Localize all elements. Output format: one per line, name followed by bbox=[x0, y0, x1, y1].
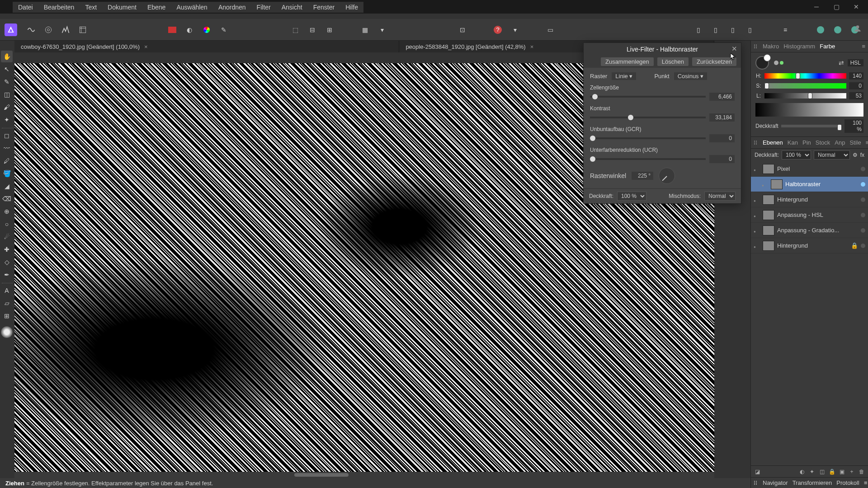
layer-row[interactable]: Pixel bbox=[751, 161, 868, 177]
crop-icon[interactable]: ◫ bbox=[818, 468, 826, 475]
visibility-icon[interactable] bbox=[754, 197, 760, 203]
layer-row[interactable]: Anpassung - HSL bbox=[751, 207, 868, 223]
patch-icon[interactable]: ◇ bbox=[1, 256, 13, 268]
arrange-2-icon[interactable]: ▯ bbox=[708, 22, 723, 38]
menu-hilfe[interactable]: Hilfe bbox=[340, 3, 363, 12]
swatch-tool-icon[interactable]: ◐ bbox=[182, 22, 197, 38]
fx-icon[interactable]: ✦ bbox=[808, 468, 816, 475]
tab-protokoll[interactable]: Protokoll bbox=[836, 479, 859, 486]
lig-slider[interactable] bbox=[764, 93, 846, 99]
hue-slider[interactable] bbox=[764, 73, 846, 79]
marquee-icon[interactable]: ◻ bbox=[1, 130, 13, 141]
minimize-button[interactable]: ─ bbox=[807, 0, 826, 14]
tab-anp[interactable]: Anp bbox=[835, 139, 845, 146]
dodge-icon[interactable]: ○ bbox=[1, 218, 13, 230]
adj-icon[interactable]: ◐ bbox=[798, 468, 806, 475]
add-layer-icon[interactable]: + bbox=[848, 468, 855, 475]
tab-transformieren[interactable]: Transformieren bbox=[793, 479, 832, 486]
layer-row[interactable]: Anpassung - Gradatio... bbox=[751, 223, 868, 238]
hue-value[interactable]: 140 bbox=[849, 72, 863, 80]
menu-fenster[interactable]: Fenster bbox=[308, 3, 340, 12]
opacity-value[interactable]: 100 % bbox=[844, 119, 863, 133]
menu-anordnen[interactable]: Anordnen bbox=[213, 3, 251, 12]
menu-filter[interactable]: Filter bbox=[251, 3, 276, 12]
selection-remove-icon[interactable]: ⊟ bbox=[305, 22, 320, 38]
sync-2-icon[interactable] bbox=[830, 22, 845, 38]
menu-auswählen[interactable]: Auswählen bbox=[171, 3, 213, 12]
tab-farbe[interactable]: Farbe bbox=[820, 43, 835, 50]
delete-layer-icon[interactable]: 🗑 bbox=[858, 468, 865, 475]
tab-navigator[interactable]: Navigator bbox=[763, 479, 788, 486]
swap-icon[interactable]: ⇄ bbox=[839, 59, 844, 66]
visibility-icon[interactable] bbox=[754, 243, 760, 249]
visibility-icon[interactable] bbox=[754, 212, 760, 218]
gcr-slider[interactable] bbox=[590, 137, 706, 139]
tab-makro[interactable]: Makro bbox=[763, 43, 779, 50]
erase-icon[interactable]: ⌫ bbox=[1, 193, 13, 205]
arrange-1-icon[interactable]: ▯ bbox=[691, 22, 706, 38]
cellsize-value[interactable]: 6,466 bbox=[709, 93, 735, 101]
tab-pin[interactable]: Pin bbox=[802, 139, 811, 146]
dialog-blend-dropdown[interactable]: Normal bbox=[704, 192, 736, 201]
dialog-title[interactable]: Live-Filter - Halbtonraster ✕ bbox=[584, 43, 741, 56]
group-icon[interactable]: ▣ bbox=[838, 468, 845, 475]
smudge-icon[interactable]: ☄ bbox=[1, 231, 13, 243]
merge-button[interactable]: Zusammenlegen bbox=[601, 57, 654, 66]
quick-mask-icon[interactable]: ▦ bbox=[357, 22, 373, 38]
gcr-value[interactable]: 0 bbox=[709, 134, 735, 142]
tab-histogramm[interactable]: Histogramm bbox=[783, 43, 815, 50]
layer-row[interactable]: Hintergrund🔒 bbox=[751, 238, 868, 253]
fx-icon[interactable]: fx bbox=[860, 152, 864, 158]
clone-icon[interactable]: ⊕ bbox=[1, 206, 13, 217]
crop-tool-icon[interactable]: ◫ bbox=[1, 89, 13, 100]
cellsize-slider[interactable] bbox=[590, 96, 706, 98]
tab-kan[interactable]: Kan bbox=[788, 139, 798, 146]
menu-ansicht[interactable]: Ansicht bbox=[276, 3, 308, 12]
sat-slider[interactable] bbox=[764, 83, 846, 89]
brush-icon[interactable]: 🖊 bbox=[1, 155, 13, 167]
raster-dropdown[interactable]: Linie ▾ bbox=[612, 72, 636, 80]
panel-menu-icon[interactable]: ≡ bbox=[866, 139, 868, 146]
toggle-ui-icon[interactable]: ▭ bbox=[542, 22, 558, 38]
visibility-icon[interactable] bbox=[762, 181, 768, 188]
contrast-value[interactable]: 33,184 bbox=[709, 113, 735, 122]
text-icon[interactable]: A bbox=[1, 285, 13, 296]
layer-row[interactable]: Halbtonraster bbox=[751, 177, 868, 192]
layer-opacity-dropdown[interactable]: 100 % bbox=[782, 150, 811, 160]
horizontal-scrollbar[interactable] bbox=[14, 472, 714, 478]
reset-button[interactable]: Zurücksetzen bbox=[692, 57, 736, 66]
selection-add-icon[interactable]: ⊞ bbox=[322, 22, 337, 38]
menu-dokument[interactable]: Dokument bbox=[102, 3, 142, 12]
layer-row[interactable]: Hintergrund bbox=[751, 192, 868, 207]
tab-stock[interactable]: Stock bbox=[816, 139, 830, 146]
close-icon[interactable]: ✕ bbox=[731, 45, 737, 53]
close-button[interactable]: ✕ bbox=[846, 0, 866, 14]
eyedropper-icon[interactable] bbox=[773, 58, 786, 67]
contrast-slider[interactable] bbox=[590, 117, 706, 118]
swatch-red-icon[interactable] bbox=[165, 22, 180, 38]
persona-liquify-icon[interactable] bbox=[41, 22, 56, 38]
shape-icon[interactable]: ▱ bbox=[1, 297, 13, 309]
lock-icon[interactable]: 🔒 bbox=[828, 468, 835, 475]
lig-value[interactable]: 53 bbox=[849, 92, 863, 99]
angle-value[interactable]: 225 ° bbox=[632, 172, 653, 180]
document-tab[interactable]: cowboy-67630_1920.jpg [Geändert] (100,0%… bbox=[14, 41, 399, 52]
layer-blend-dropdown[interactable]: Normal bbox=[814, 150, 850, 160]
punkt-dropdown[interactable]: Cosinus ▾ bbox=[674, 72, 708, 80]
swatch-color-icon[interactable] bbox=[199, 22, 214, 38]
flood-select-icon[interactable]: ✦ bbox=[1, 114, 13, 126]
account-icon[interactable] bbox=[851, 22, 864, 35]
menu-bearbeiten[interactable]: Bearbeiten bbox=[38, 3, 80, 12]
angle-dial[interactable] bbox=[659, 168, 675, 184]
color-mode[interactable]: HSL bbox=[848, 59, 863, 66]
menu-ebene[interactable]: Ebene bbox=[142, 3, 171, 12]
crop-icon[interactable]: ⊡ bbox=[455, 22, 470, 38]
visibility-icon[interactable] bbox=[754, 227, 760, 234]
color-picker-icon[interactable]: ✎ bbox=[1, 76, 13, 88]
fill-icon[interactable]: 🪣 bbox=[1, 168, 13, 179]
persona-tone-icon[interactable] bbox=[58, 22, 73, 38]
gradient-icon[interactable]: ◢ bbox=[1, 180, 13, 192]
ucr-slider[interactable] bbox=[590, 158, 706, 160]
pen-icon[interactable]: ✒ bbox=[1, 269, 13, 281]
selection-brush-icon[interactable]: 🖌 bbox=[1, 101, 13, 113]
